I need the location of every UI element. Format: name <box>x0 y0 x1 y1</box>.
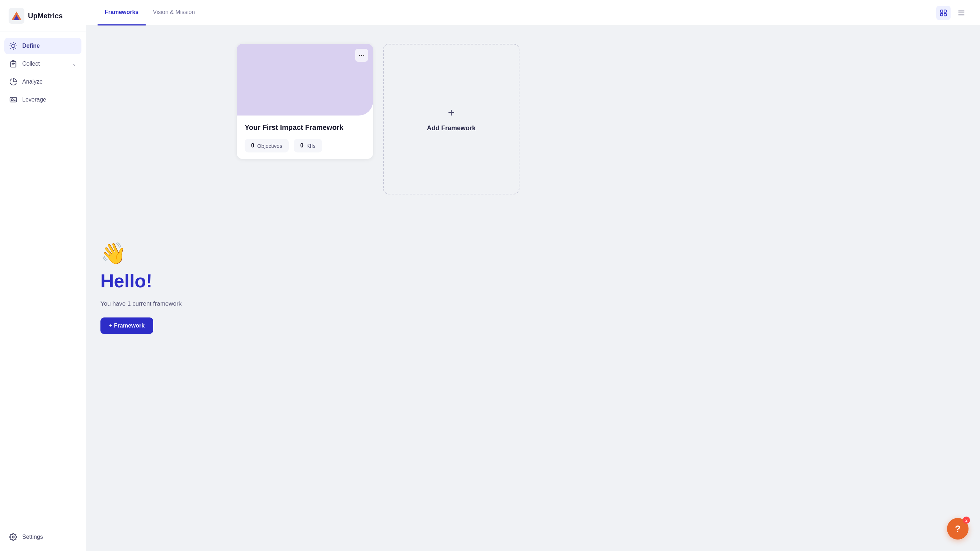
help-button[interactable]: 2 ? <box>947 518 969 540</box>
settings-label: Settings <box>22 534 43 540</box>
settings-icon <box>10 533 17 541</box>
svg-rect-13 <box>11 62 16 67</box>
app-name: UpMetrics <box>28 12 63 20</box>
cards-area: ⋯ Your First Impact Framework 0 Objectiv… <box>237 40 966 537</box>
sidebar-nav: Define Collect ⌄ Ana <box>0 32 86 523</box>
logo-container: UpMetrics <box>0 0 86 32</box>
add-framework-button[interactable]: + Framework <box>100 317 153 334</box>
content-area: 👋 Hello! You have 1 current framework + … <box>86 26 980 551</box>
help-question-mark: ? <box>955 523 961 535</box>
list-view-button[interactable] <box>954 6 969 20</box>
topbar-actions <box>936 6 969 20</box>
topbar: Frameworks Vision & Mission <box>86 0 980 26</box>
kiis-label: KIIs <box>306 143 316 149</box>
wave-icon: 👋 <box>100 243 223 264</box>
sidebar-footer: Settings <box>0 523 86 551</box>
svg-point-3 <box>11 44 15 47</box>
sidebar: UpMetrics Define <box>0 0 86 551</box>
user-card-icon <box>10 96 17 104</box>
plus-icon: + <box>448 106 455 119</box>
sidebar-item-analyze-label: Analyze <box>22 78 43 85</box>
welcome-section: 👋 Hello! You have 1 current framework + … <box>100 40 223 537</box>
settings-item[interactable]: Settings <box>4 529 81 545</box>
upmetrics-logo-icon <box>9 8 24 24</box>
greeting-text: Hello! <box>100 271 223 291</box>
svg-line-10 <box>11 48 11 48</box>
pie-chart-icon <box>10 78 17 86</box>
svg-rect-21 <box>940 10 943 12</box>
svg-rect-22 <box>944 10 946 12</box>
svg-line-6 <box>11 43 11 44</box>
card-header-image: ⋯ <box>237 44 373 116</box>
svg-rect-24 <box>944 13 946 16</box>
framework-card: ⋯ Your First Impact Framework 0 Objectiv… <box>237 44 373 159</box>
subtitle-text: You have 1 current framework <box>100 300 223 307</box>
sidebar-item-define-label: Define <box>22 43 40 49</box>
objectives-label: Objectives <box>257 143 282 149</box>
kiis-count: 0 <box>300 142 304 149</box>
sidebar-item-collect-label: Collect <box>22 61 40 67</box>
add-card-label: Add Framework <box>427 124 476 132</box>
grid-view-button[interactable] <box>936 6 951 20</box>
sidebar-item-define[interactable]: Define <box>4 38 81 54</box>
main-content: Frameworks Vision & Mission <box>86 0 980 551</box>
add-framework-card[interactable]: + Add Framework <box>383 44 519 194</box>
svg-rect-23 <box>940 13 943 16</box>
tab-vision-mission[interactable]: Vision & Mission <box>146 0 202 25</box>
objectives-stat: 0 Objectives <box>245 139 289 153</box>
card-title: Your First Impact Framework <box>245 123 365 132</box>
help-badge: 2 <box>963 517 970 524</box>
chevron-down-icon: ⌄ <box>72 61 76 67</box>
card-stats: 0 Objectives 0 KIIs <box>245 139 365 153</box>
svg-point-20 <box>12 536 14 538</box>
tab-frameworks[interactable]: Frameworks <box>97 0 146 25</box>
lightbulb-icon <box>10 42 17 50</box>
svg-point-17 <box>11 99 14 101</box>
objectives-count: 0 <box>251 142 255 149</box>
sidebar-item-analyze[interactable]: Analyze <box>4 73 81 90</box>
card-menu-button[interactable]: ⋯ <box>355 49 368 62</box>
card-body: Your First Impact Framework 0 Objectives… <box>237 116 373 159</box>
sidebar-item-leverage[interactable]: Leverage <box>4 91 81 108</box>
sidebar-item-collect[interactable]: Collect ⌄ <box>4 56 81 72</box>
tabs: Frameworks Vision & Mission <box>97 0 202 25</box>
sidebar-item-leverage-label: Leverage <box>22 97 46 103</box>
clipboard-icon <box>10 60 17 68</box>
kiis-stat: 0 KIIs <box>294 139 322 153</box>
